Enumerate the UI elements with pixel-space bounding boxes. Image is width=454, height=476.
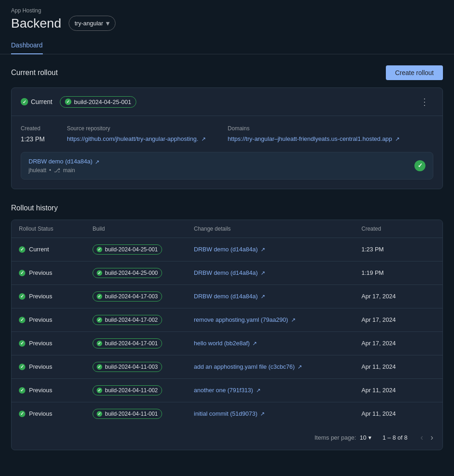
external-link-icon: ↗ — [201, 136, 206, 142]
source-repo-link[interactable]: https://github.com/jhuleatt/try-angular-… — [67, 135, 205, 142]
build-dot-icon — [65, 99, 71, 105]
row-status-2: Previous — [19, 293, 93, 300]
row-change-link-4[interactable]: hello world (bb2e8af) ↗ — [194, 340, 257, 347]
row-build-badge-7: build-2024-04-11-001 — [93, 409, 162, 419]
col-build: Build — [93, 226, 194, 232]
tabs: Dashboard — [11, 36, 443, 54]
page-nav: ‹ › — [419, 431, 435, 444]
row-status-label-4: Previous — [29, 340, 52, 347]
table-row: Previous build-2024-04-11-001 initial co… — [12, 402, 442, 425]
current-rollout-title: Current rollout — [11, 69, 58, 77]
branch-selector[interactable]: try-angular ▾ — [69, 16, 116, 31]
build-badge: build-2024-04-25-001 — [60, 96, 136, 108]
row-build-dot-1 — [97, 270, 102, 276]
row-change-0: DRBW demo (d14a84a) ↗ — [194, 246, 361, 253]
source-repo-group: Source repository https://github.com/jhu… — [67, 125, 205, 143]
commit-info: DRBW demo (d14a84a) ↗ jhuleatt • ⎇ main — [29, 158, 99, 174]
created-group: Created 1:23 PM — [21, 125, 45, 143]
col-created: Created — [361, 226, 435, 232]
table-row: Previous build-2024-04-17-002 remove app… — [12, 308, 442, 332]
row-change-7: initial commit (51d9073) ↗ — [194, 410, 361, 417]
row-status-3: Previous — [19, 316, 93, 323]
row-build-dot-0 — [97, 247, 102, 252]
backend-row: Backend try-angular ▾ — [11, 16, 443, 31]
row-build-5: build-2024-04-11-003 — [93, 362, 194, 372]
create-rollout-button[interactable]: Create rollout — [386, 65, 443, 80]
table-row: Current build-2024-04-25-001 DRBW demo (… — [12, 238, 442, 261]
table-header: Rollout Status Build Change details Crea… — [12, 220, 442, 238]
row-status-label-0: Current — [29, 246, 49, 253]
col-rollout-status: Rollout Status — [19, 226, 93, 232]
table-row: Previous build-2024-04-25-000 DRBW demo … — [12, 261, 442, 285]
row-status-label-2: Previous — [29, 293, 52, 300]
commit-link[interactable]: DRBW demo (d14a84a) ↗ — [29, 158, 99, 165]
row-change-link-5[interactable]: add an apphosting.yaml file (c3cbc76) ↗ — [194, 363, 302, 370]
row-status-dot-1 — [19, 270, 25, 276]
header: App Hosting Backend try-angular ▾ Dashbo… — [0, 0, 454, 54]
commit-branch: main — [63, 167, 75, 174]
row-change-link-3[interactable]: remove apphosting.yaml (79aa290) ↗ — [194, 316, 296, 323]
row-external-link-icon-0: ↗ — [261, 246, 265, 253]
row-status-5: Previous — [19, 363, 93, 370]
row-build-dot-5 — [97, 364, 102, 370]
row-build-dot-6 — [97, 388, 102, 393]
source-repo-url: https://github.com/jhuleatt/try-angular-… — [67, 135, 198, 142]
build-id: build-2024-04-25-001 — [74, 99, 131, 105]
row-change-6: another one (791f313) ↗ — [194, 387, 361, 394]
row-build-badge-4: build-2024-04-17-001 — [93, 338, 162, 348]
pagination: Items per page: 10 ▾ 1 – 8 of 8 ‹ › — [12, 425, 442, 450]
domains-label: Domains — [228, 125, 400, 132]
per-page-select[interactable]: 10 ▾ — [360, 434, 371, 441]
row-change-link-1[interactable]: DRBW demo (d14a84a) ↗ — [194, 269, 265, 276]
domains-link[interactable]: https://try-angular–jhuleatt-friendlyeat… — [228, 135, 400, 142]
domains-group: Domains https://try-angular–jhuleatt-fri… — [228, 125, 400, 143]
current-rollout-card: Current build-2024-04-25-001 ⋮ Created 1… — [11, 87, 443, 189]
row-build-badge-0: build-2024-04-25-001 — [93, 244, 162, 255]
row-status-label-6: Previous — [29, 387, 52, 394]
row-status-dot-0 — [19, 246, 25, 253]
row-status-1: Previous — [19, 269, 93, 276]
domains-url: https://try-angular–jhuleatt-friendlyeat… — [228, 135, 392, 142]
card-details: Created 1:23 PM Source repository https:… — [12, 116, 442, 152]
row-change-2: DRBW demo (d14a84a) ↗ — [194, 293, 361, 300]
chevron-down-icon: ▾ — [106, 19, 110, 28]
row-build-dot-7 — [97, 411, 102, 417]
next-page-button[interactable]: › — [429, 431, 435, 444]
row-status-6: Previous — [19, 387, 93, 394]
row-build-dot-3 — [97, 317, 102, 323]
more-options-button[interactable]: ⋮ — [416, 95, 433, 108]
row-status-label-1: Previous — [29, 269, 52, 276]
row-change-link-2[interactable]: DRBW demo (d14a84a) ↗ — [194, 293, 265, 300]
current-status-label: Current — [31, 98, 52, 105]
per-page-chevron-icon: ▾ — [368, 434, 372, 441]
tab-dashboard[interactable]: Dashboard — [11, 37, 43, 54]
row-build-3: build-2024-04-17-002 — [93, 315, 194, 325]
row-created-6: Apr 11, 2024 — [361, 387, 435, 394]
row-created-2: Apr 17, 2024 — [361, 293, 435, 300]
history-table: Rollout Status Build Change details Crea… — [11, 220, 443, 450]
created-value: 1:23 PM — [21, 135, 45, 143]
row-external-link-icon-7: ↗ — [260, 411, 265, 417]
row-status-dot-3 — [19, 317, 25, 323]
row-build-4: build-2024-04-17-001 — [93, 338, 194, 348]
row-change-link-7[interactable]: initial commit (51d9073) ↗ — [194, 410, 265, 417]
row-status-label-7: Previous — [29, 410, 52, 417]
row-build-badge-2: build-2024-04-17-003 — [93, 291, 162, 302]
items-per-page-label: Items per page: — [314, 434, 356, 441]
main-content: Current rollout Create rollout Current b… — [0, 54, 454, 461]
row-build-6: build-2024-04-11-002 — [93, 385, 194, 395]
row-build-badge-1: build-2024-04-25-000 — [93, 268, 162, 278]
row-change-link-0[interactable]: DRBW demo (d14a84a) ↗ — [194, 246, 265, 253]
external-link-icon-domains: ↗ — [395, 136, 400, 142]
per-page-value: 10 — [360, 434, 366, 441]
rollout-history-title: Rollout history — [11, 204, 443, 212]
prev-page-button[interactable]: ‹ — [419, 431, 425, 444]
branch-selector-value: try-angular — [75, 20, 103, 27]
row-change-3: remove apphosting.yaml (79aa290) ↗ — [194, 316, 361, 323]
row-external-link-icon-5: ↗ — [297, 364, 302, 370]
row-external-link-icon-6: ↗ — [256, 387, 261, 394]
row-build-0: build-2024-04-25-001 — [93, 244, 194, 255]
commit-author: jhuleatt — [29, 167, 47, 174]
row-change-link-6[interactable]: another one (791f313) ↗ — [194, 387, 261, 394]
row-external-link-icon-2: ↗ — [261, 293, 265, 300]
